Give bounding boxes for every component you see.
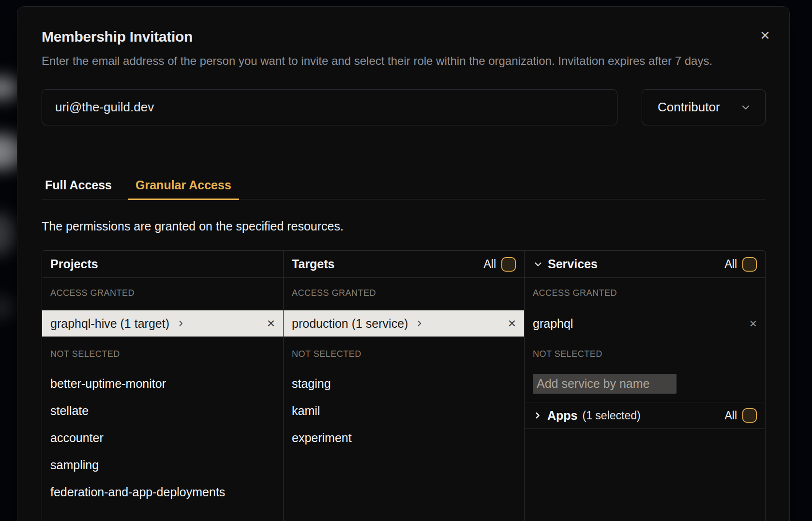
targets-column: Targets All ACCESS GRANTED production (1… bbox=[283, 251, 524, 521]
invite-row: Contributor bbox=[42, 89, 766, 125]
targets-header: Targets All bbox=[284, 251, 524, 278]
tab-granular-access[interactable]: Granular Access bbox=[128, 178, 239, 200]
permissions-note: The permissions are granted on the speci… bbox=[42, 220, 766, 233]
not-selected-label: NOT SELECTED bbox=[284, 337, 524, 370]
apps-count: (1 selected) bbox=[583, 409, 641, 422]
services-all-checkbox[interactable] bbox=[742, 257, 757, 272]
role-select[interactable]: Contributor bbox=[642, 89, 766, 125]
projects-header: Projects bbox=[42, 251, 283, 278]
services-column: Services All ACCESS GRANTED graphql × NO… bbox=[524, 251, 765, 521]
targets-title: Targets bbox=[292, 257, 334, 271]
chevron-right-icon bbox=[177, 319, 185, 328]
access-granted-label: ACCESS GRANTED bbox=[284, 278, 524, 310]
access-granted-label: ACCESS GRANTED bbox=[525, 278, 765, 310]
chevron-down-icon bbox=[533, 259, 543, 270]
project-item[interactable]: better-uptime-monitor bbox=[42, 370, 283, 397]
not-selected-label: NOT SELECTED bbox=[42, 337, 283, 370]
target-selected-label: production (1 service) bbox=[292, 317, 408, 331]
project-selected-label: graphql-hive (1 target) bbox=[50, 317, 169, 331]
targets-all-group: All bbox=[483, 257, 516, 272]
service-granted-label: graphql bbox=[533, 317, 573, 331]
email-field[interactable] bbox=[42, 89, 617, 125]
services-title: Services bbox=[548, 257, 598, 271]
project-selected-row[interactable]: graphql-hive (1 target) × bbox=[42, 310, 283, 337]
project-item[interactable]: federation-and-app-deployments bbox=[42, 478, 283, 506]
chevron-down-icon bbox=[740, 102, 752, 113]
target-item[interactable]: staging bbox=[284, 370, 524, 397]
projects-column: Projects ACCESS GRANTED graphql-hive (1 … bbox=[42, 251, 283, 521]
services-all-label: All bbox=[724, 258, 737, 271]
target-selected-row[interactable]: production (1 service) × bbox=[284, 310, 524, 337]
chevron-right-icon bbox=[415, 319, 424, 328]
apps-all-group: All bbox=[724, 408, 757, 423]
remove-target-icon[interactable]: × bbox=[508, 317, 516, 330]
resources-table: Projects ACCESS GRANTED graphql-hive (1 … bbox=[42, 250, 766, 521]
backdrop-blur-blob bbox=[0, 296, 15, 319]
project-item[interactable]: stellate bbox=[42, 397, 283, 424]
not-selected-label: NOT SELECTED bbox=[525, 337, 765, 370]
backdrop-blur-blob bbox=[0, 213, 16, 255]
apps-all-checkbox[interactable] bbox=[742, 408, 757, 423]
targets-all-label: All bbox=[483, 258, 496, 271]
target-item[interactable]: kamil bbox=[284, 397, 524, 424]
service-granted-row: graphql × bbox=[525, 310, 765, 337]
add-service-input[interactable] bbox=[533, 374, 677, 394]
targets-all-checkbox[interactable] bbox=[501, 257, 516, 272]
dialog-title: Membership Invitation bbox=[42, 29, 766, 45]
membership-invitation-dialog: × Membership Invitation Enter the email … bbox=[17, 6, 790, 521]
access-tabs: Full Access Granular Access bbox=[42, 178, 766, 199]
tab-full-access[interactable]: Full Access bbox=[45, 178, 112, 199]
chevron-right-icon bbox=[533, 411, 542, 420]
access-granted-label: ACCESS GRANTED bbox=[42, 278, 283, 310]
services-header[interactable]: Services All bbox=[525, 251, 765, 278]
apps-all-label: All bbox=[724, 409, 737, 422]
target-item[interactable]: experiment bbox=[284, 424, 524, 451]
apps-row[interactable]: Apps (1 selected) All bbox=[525, 402, 765, 429]
role-select-value: Contributor bbox=[658, 100, 720, 115]
services-all-group: All bbox=[724, 257, 757, 272]
apps-title: Apps bbox=[547, 409, 578, 423]
project-item[interactable]: sampling bbox=[42, 451, 283, 478]
remove-service-icon[interactable]: × bbox=[750, 317, 757, 330]
dialog-description: Enter the email address of the person yo… bbox=[42, 52, 766, 70]
remove-project-icon[interactable]: × bbox=[267, 317, 275, 330]
close-icon[interactable]: × bbox=[755, 25, 775, 45]
project-item[interactable]: accounter bbox=[42, 424, 283, 451]
projects-title: Projects bbox=[50, 257, 98, 271]
